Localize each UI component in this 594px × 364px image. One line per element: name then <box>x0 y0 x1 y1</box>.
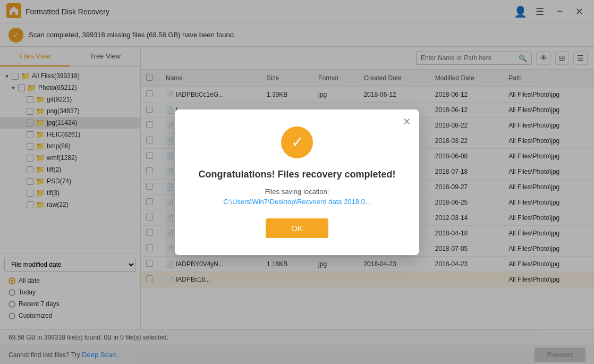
modal-subtitle: Files saving location: <box>196 188 398 196</box>
modal-ok-button[interactable]: OK <box>266 218 328 238</box>
modal-path-link[interactable]: C:\Users\Win7\Desktop\Recvoerd data 2018… <box>196 198 398 206</box>
modal-close-button[interactable]: ✕ <box>403 116 411 128</box>
modal-overlay: ✕ ✓ Congratulations! Files recovery comp… <box>0 0 594 364</box>
modal-title: Congratulations! Files recovery complete… <box>196 169 398 180</box>
modal-check-icon: ✓ <box>281 126 313 158</box>
success-modal: ✕ ✓ Congratulations! Files recovery comp… <box>175 109 419 255</box>
